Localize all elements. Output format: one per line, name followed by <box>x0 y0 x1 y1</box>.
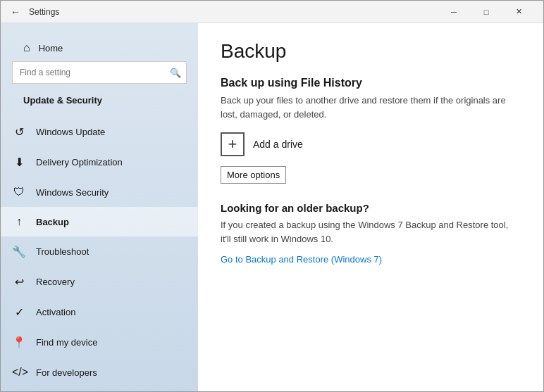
sidebar-item-home[interactable]: ⌂ Home <box>12 34 187 61</box>
title-bar: ← Settings ─ □ ✕ <box>1 1 543 23</box>
file-history-heading: Back up using File History <box>221 77 521 89</box>
sidebar-item-label-find-my-device: Find my device <box>36 337 97 348</box>
backup-restore-link[interactable]: Go to Backup and Restore (Windows 7) <box>221 254 382 265</box>
sidebar-item-delivery-optimization[interactable]: ⬇Delivery Optimization <box>1 147 198 177</box>
sidebar-item-label-backup: Backup <box>36 217 69 227</box>
search-input[interactable] <box>12 61 187 84</box>
page-title: Backup <box>221 40 521 63</box>
sidebar-item-recovery[interactable]: ↩Recovery <box>1 267 198 297</box>
sidebar-item-for-developers[interactable]: </>For developers <box>1 358 198 387</box>
content-panel: Backup Back up using File History Back u… <box>198 23 543 391</box>
sidebar-item-label-for-developers: For developers <box>36 367 97 378</box>
sidebar-item-label-troubleshoot: Troubleshoot <box>36 246 89 257</box>
maximize-button[interactable]: □ <box>470 1 502 23</box>
sidebar-item-windows-update[interactable]: ↺Windows Update <box>1 117 198 147</box>
nav-list: ↺Windows Update⬇Delivery Optimization🛡Wi… <box>1 117 198 387</box>
delivery-optimization-icon: ⬇ <box>12 156 26 169</box>
window-controls: ─ □ ✕ <box>438 1 535 23</box>
windows-update-icon: ↺ <box>12 125 26 139</box>
for-developers-icon: </> <box>12 366 26 379</box>
windows-security-icon: 🛡 <box>12 186 26 198</box>
minimize-button[interactable]: ─ <box>438 1 470 23</box>
sidebar-item-troubleshoot[interactable]: 🔧Troubleshoot <box>1 236 198 267</box>
search-icon: 🔍 <box>170 68 181 78</box>
sidebar-item-find-my-device[interactable]: 📍Find my device <box>1 327 198 358</box>
add-drive-button[interactable]: + <box>221 132 245 156</box>
recovery-icon: ↩ <box>12 275 26 289</box>
find-my-device-icon: 📍 <box>12 336 26 349</box>
sidebar-section-title: Update & Security <box>12 92 187 111</box>
sidebar: ⌂ Home 🔍 Update & Security ↺Windows Upda… <box>1 23 198 391</box>
add-drive-row: + Add a drive <box>221 132 521 156</box>
sidebar-item-windows-security[interactable]: 🛡Windows Security <box>1 177 198 207</box>
close-button[interactable]: ✕ <box>502 1 535 23</box>
file-history-desc: Back up your files to another drive and … <box>221 94 517 121</box>
sidebar-item-label-activation: Activation <box>36 307 75 317</box>
older-backup-desc: If you created a backup using the Window… <box>221 218 517 246</box>
sidebar-item-label-windows-security: Windows Security <box>36 187 109 198</box>
backup-icon: ↑ <box>12 215 26 228</box>
sidebar-search: 🔍 <box>12 61 187 84</box>
add-drive-label: Add a drive <box>253 139 303 150</box>
sidebar-item-label-recovery: Recovery <box>36 277 75 287</box>
main-content: ⌂ Home 🔍 Update & Security ↺Windows Upda… <box>1 23 543 391</box>
more-options-button[interactable]: More options <box>221 166 286 184</box>
home-icon: ⌂ <box>23 42 30 54</box>
sidebar-item-label-windows-update: Windows Update <box>36 127 105 137</box>
older-backup-section: Looking for an older backup? If you crea… <box>221 202 521 265</box>
sidebar-item-activation[interactable]: ✓Activation <box>1 297 198 327</box>
sidebar-item-label-delivery-optimization: Delivery Optimization <box>36 157 123 167</box>
sidebar-header: ⌂ Home 🔍 Update & Security <box>1 23 198 117</box>
sidebar-item-backup[interactable]: ↑Backup <box>1 207 198 236</box>
older-backup-heading: Looking for an older backup? <box>221 202 521 214</box>
back-button[interactable]: ← <box>9 6 22 18</box>
activation-icon: ✓ <box>12 305 26 319</box>
window-title: Settings <box>29 7 438 17</box>
troubleshoot-icon: 🔧 <box>12 245 26 258</box>
